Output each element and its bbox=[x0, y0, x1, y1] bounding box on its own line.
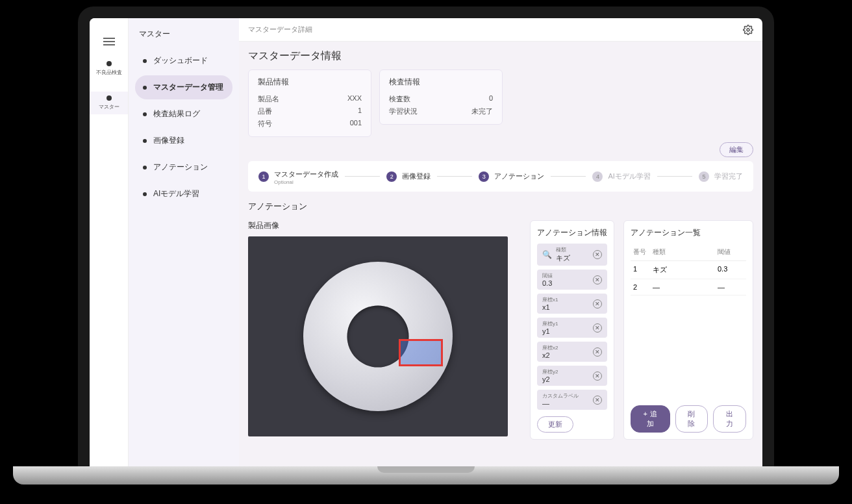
clear-icon[interactable]: ✕ bbox=[593, 323, 602, 333]
update-button[interactable]: 更新 bbox=[537, 416, 573, 433]
sidebar-item-annotation[interactable]: アノテーション bbox=[135, 155, 232, 179]
top-bar: マスターデータ詳細 bbox=[239, 18, 762, 42]
kv-value: 001 bbox=[350, 119, 362, 129]
sidebar-item-image-register[interactable]: 画像登録 bbox=[135, 129, 232, 153]
table-row[interactable]: 2 — — bbox=[631, 279, 746, 296]
field-x1[interactable]: 座標x1 x1 ✕ bbox=[537, 294, 607, 314]
field-threshold[interactable]: 閾値 0.3 ✕ bbox=[537, 270, 607, 290]
clear-icon[interactable]: ✕ bbox=[593, 250, 602, 259]
annotation-bounding-box[interactable] bbox=[399, 339, 443, 366]
bullet-icon bbox=[143, 86, 147, 90]
sidebar-item-ai-model[interactable]: AIモデル学習 bbox=[135, 182, 232, 206]
rail-item-master[interactable]: マスター bbox=[90, 92, 128, 114]
td: 2 bbox=[633, 283, 653, 291]
field-value: — bbox=[542, 399, 589, 407]
field-y2[interactable]: 座標y2 y2 ✕ bbox=[537, 366, 607, 386]
field-value: x1 bbox=[542, 303, 589, 311]
edit-button[interactable]: 編集 bbox=[720, 142, 753, 157]
kv-key: 学習状況 bbox=[389, 107, 418, 116]
sidebar-item-label: 画像登録 bbox=[153, 135, 184, 146]
kv-key: 検査数 bbox=[389, 94, 410, 104]
td: キズ bbox=[653, 265, 718, 275]
step-4[interactable]: 4 AIモデル学習 bbox=[592, 171, 650, 182]
clear-icon[interactable]: ✕ bbox=[593, 396, 602, 405]
step-2[interactable]: 2 画像登録 bbox=[386, 171, 431, 182]
sidebar-item-inspection-log[interactable]: 検査結果ログ bbox=[135, 102, 232, 126]
hamburger-icon[interactable] bbox=[103, 38, 115, 45]
add-button[interactable]: +追加 bbox=[631, 405, 670, 433]
washer-graphic bbox=[303, 262, 453, 411]
kv-value: 0 bbox=[489, 94, 493, 104]
td: — bbox=[653, 283, 718, 291]
field-label: 座標y1 bbox=[542, 320, 589, 327]
field-value: キズ bbox=[556, 253, 589, 263]
dot-icon bbox=[106, 61, 112, 66]
sidebar-item-dashboard[interactable]: ダッシュボード bbox=[135, 49, 232, 73]
th-threshold: 閾値 bbox=[718, 247, 744, 257]
kv-key: 符号 bbox=[258, 119, 272, 129]
bullet-icon bbox=[143, 166, 147, 170]
content: マスターデータ情報 製品情報 製品名XXX 品番1 符号001 検査情報 検査数… bbox=[239, 42, 762, 468]
kv-value: 1 bbox=[358, 107, 362, 116]
step-label: アノテーション bbox=[494, 171, 544, 181]
clear-icon[interactable]: ✕ bbox=[593, 372, 602, 381]
step-1[interactable]: 1 マスターデータ作成 Optional bbox=[258, 168, 338, 185]
clear-icon[interactable]: ✕ bbox=[593, 347, 602, 357]
svg-point-0 bbox=[747, 29, 749, 31]
dot-icon bbox=[106, 95, 112, 101]
field-x2[interactable]: 座標x2 x2 ✕ bbox=[537, 342, 607, 362]
field-label: 種類 bbox=[556, 246, 589, 253]
td: 0.3 bbox=[718, 265, 744, 275]
column-title: 製品画像 bbox=[248, 220, 521, 231]
field-label: カスタムラベル bbox=[542, 392, 589, 399]
inspection-info-card: 検査情報 検査数0 学習状況未完了 bbox=[379, 69, 503, 125]
table-row[interactable]: 1 キズ 0.3 bbox=[631, 261, 746, 279]
button-label: 追加 bbox=[647, 410, 657, 427]
th-type: 種類 bbox=[653, 247, 718, 257]
table-header: 番号 種類 閾値 bbox=[631, 244, 746, 261]
bullet-icon bbox=[143, 139, 147, 143]
td: 1 bbox=[633, 265, 653, 275]
step-label: マスターデータ作成 bbox=[274, 170, 338, 178]
field-label: 座標x1 bbox=[542, 296, 589, 303]
step-number-icon: 3 bbox=[479, 171, 489, 182]
th-no: 番号 bbox=[633, 247, 653, 257]
step-number-icon: 1 bbox=[258, 171, 269, 182]
step-label: 画像登録 bbox=[402, 171, 431, 181]
gear-icon[interactable] bbox=[743, 25, 753, 35]
sidebar-item-label: 検査結果ログ bbox=[153, 108, 200, 120]
field-value: y2 bbox=[542, 375, 589, 383]
step-label: AIモデル学習 bbox=[608, 171, 650, 181]
field-value: y1 bbox=[542, 327, 589, 335]
clear-icon[interactable]: ✕ bbox=[593, 299, 602, 309]
field-value: 0.3 bbox=[542, 279, 589, 287]
column-title: アノテーション情報 bbox=[537, 227, 607, 238]
card-title: 製品情報 bbox=[258, 77, 362, 88]
delete-button[interactable]: 削除 bbox=[675, 405, 708, 433]
kv-value: XXX bbox=[347, 94, 362, 104]
sidebar-item-label: マスターデータ管理 bbox=[153, 82, 223, 93]
field-y1[interactable]: 座標y1 y1 ✕ bbox=[537, 318, 607, 338]
product-image-column: 製品画像 bbox=[248, 220, 521, 440]
step-3[interactable]: 3 アノテーション bbox=[479, 171, 544, 182]
clear-icon[interactable]: ✕ bbox=[593, 275, 602, 284]
rail-item-defect-inspection[interactable]: 不良品検査 bbox=[90, 57, 128, 80]
td: — bbox=[718, 283, 744, 291]
product-info-card: 製品情報 製品名XXX 品番1 符号001 bbox=[248, 69, 371, 137]
sidebar-item-label: ダッシュボード bbox=[153, 55, 208, 66]
field-custom-label[interactable]: カスタムラベル — ✕ bbox=[537, 390, 607, 410]
step-sublabel: Optional bbox=[274, 179, 338, 185]
field-label: 閾値 bbox=[542, 272, 589, 279]
kv-key: 製品名 bbox=[258, 94, 279, 104]
bullet-icon bbox=[143, 59, 147, 63]
section-title: アノテーション bbox=[248, 201, 753, 212]
annotation-list-panel: アノテーション一覧 番号 種類 閾値 1 キズ 0.3 bbox=[623, 220, 753, 440]
sidebar-item-label: AIモデル学習 bbox=[153, 188, 199, 199]
product-image[interactable] bbox=[248, 236, 508, 436]
field-type[interactable]: 🔍 種類 キズ ✕ bbox=[537, 244, 607, 266]
export-button[interactable]: 出力 bbox=[713, 405, 746, 433]
kv-key: 品番 bbox=[258, 107, 272, 116]
sidebar-item-master-data[interactable]: マスターデータ管理 bbox=[135, 75, 232, 99]
field-label: 座標x2 bbox=[542, 344, 589, 351]
step-5[interactable]: 5 学習完了 bbox=[699, 171, 743, 182]
